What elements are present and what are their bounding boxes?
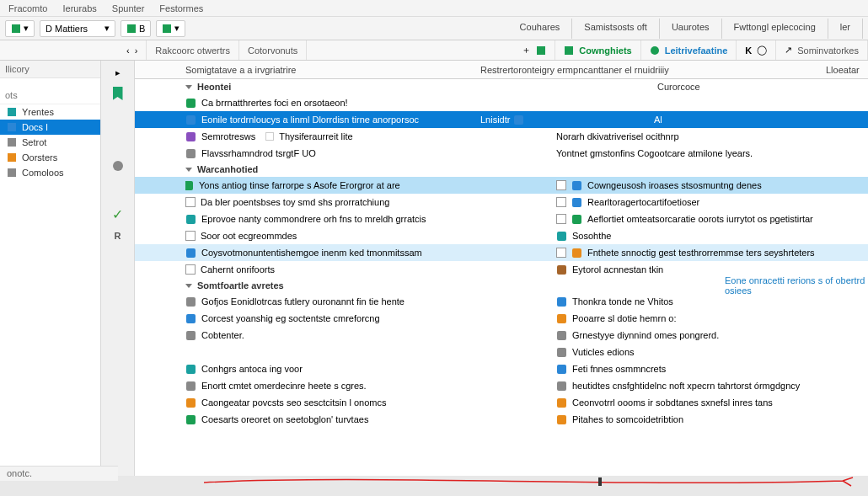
menu-item[interactable]: Ierurabs — [62, 3, 96, 13]
num-icon — [185, 148, 196, 159]
list-row[interactable]: Flavssrhamndrod tsrgtF UOYontnet gmstonf… — [135, 145, 868, 162]
sidebar-item[interactable]: Comoloos — [0, 165, 100, 180]
diamond-icon — [185, 131, 196, 142]
checkbox[interactable] — [556, 197, 566, 207]
bookmark-icon[interactable] — [113, 87, 123, 100]
svg-rect-23 — [186, 248, 196, 258]
row-text: Flavssrhamndrod tsrgtF UO — [201, 148, 316, 158]
shield-icon — [564, 45, 574, 56]
list-row[interactable]: Corcest yoanshig eg soctentste cmreforcn… — [135, 310, 868, 327]
doc2-icon — [185, 313, 196, 324]
group-header[interactable]: Somtfoartle avretesEone onracetti rerion… — [135, 278, 868, 293]
tool-btn-c[interactable]: ▾ — [156, 20, 185, 37]
rows-container: HeonteiCurorcoce2UcrCa brrnatthrertes fo… — [135, 79, 868, 476]
top-tab[interactable]: Uaurotes — [660, 19, 722, 39]
tool-dropdown-a[interactable]: ▾ — [5, 20, 35, 37]
group-header[interactable]: Warcanhotied — [135, 162, 868, 177]
letter-k-icon[interactable]: K — [745, 45, 752, 56]
check-icon[interactable]: ✓ — [112, 206, 123, 222]
row-text: Ca brrnatthrertes foci en orsotaeon! — [201, 98, 348, 108]
list-row[interactable]: Yons antiog tinse farrorpe s Asofe Erorg… — [135, 177, 868, 194]
list-row[interactable]: Coesarts oreoret on seetobglon' turvtaes… — [135, 411, 868, 428]
svg-rect-29 — [557, 314, 566, 323]
gutter: ▸ ✓ R — [101, 61, 135, 476]
breadcrumb[interactable]: Cotorvonuts — [248, 45, 297, 56]
page2-icon — [556, 364, 567, 375]
col-header-1[interactable]: Somigtatave a a irvgriatrire — [185, 65, 480, 75]
svg-rect-37 — [186, 398, 196, 408]
col-header-3[interactable]: Lloeatar — [826, 65, 868, 75]
svg-rect-35 — [186, 381, 196, 391]
svg-rect-36 — [557, 381, 566, 391]
top-tab[interactable]: Fwttongl eplecocing — [722, 19, 828, 39]
row-text: Rearltoragertocartifoetioser — [587, 197, 699, 207]
checkbox[interactable] — [556, 214, 566, 224]
row-text: Conhgrs antoca ing voor — [201, 364, 303, 374]
square-icon — [11, 24, 21, 34]
circle-icon[interactable]: ◯ — [757, 45, 767, 56]
ribbon-action[interactable]: Sominvatorkes — [797, 45, 859, 56]
page-icon — [571, 180, 582, 191]
arrow-icon[interactable]: ↗ — [785, 45, 792, 56]
num2-icon — [185, 330, 196, 341]
svg-rect-10 — [8, 168, 16, 177]
sidebar-item[interactable]: Docs I — [0, 120, 100, 135]
col-header-2[interactable]: Restrertoronteigry ermpncanttaner el rnu… — [480, 65, 826, 75]
row-text: Eprovoe nanty commondrere orh fns to mre… — [201, 214, 426, 224]
sidebar-item[interactable]: Oorsters — [0, 150, 100, 165]
list-row[interactable]: Eonile tordrnloucys a linml Dlorrdisn ti… — [135, 111, 868, 128]
breadcrumb[interactable]: Rakcoorc otwertrs — [155, 45, 230, 56]
top-tab[interactable]: ler — [828, 19, 863, 39]
checkbox[interactable] — [556, 180, 566, 190]
list-row[interactable]: Enortt cmtet omerdecinre heete s cgres.h… — [135, 377, 868, 394]
wrench-icon[interactable] — [111, 159, 125, 173]
list-row[interactable]: Coysvotmonuntentishemgoe inenm ked tmonm… — [135, 244, 868, 261]
menu-item[interactable]: Fracomto — [8, 3, 47, 13]
list-row[interactable]: Da bler poentsbses toy smd shs prorratch… — [135, 194, 868, 211]
svg-rect-21 — [572, 215, 581, 224]
list-row[interactable]: Ca brrnatthrertes foci en orsotaeon! — [135, 94, 868, 111]
sidebar: Ilicory ots YrentesDocs ISetrotOorstersC… — [0, 61, 101, 476]
content: Somigtatave a a irvgriatrire Restrertoro… — [135, 61, 868, 476]
list-row[interactable]: Gofjos Eonidlotrcas futlery ouronannt fi… — [135, 293, 868, 310]
chevron-left-icon[interactable]: ‹ — [126, 45, 130, 56]
chat2-icon — [556, 330, 567, 341]
list-row[interactable]: Cobtenter.Grnestyye diynnind omes pongre… — [135, 327, 868, 344]
row-text: Feti fnnes osmmncrets — [572, 364, 666, 374]
top-tab[interactable]: Couhares — [508, 19, 573, 39]
group-header[interactable]: HeonteiCurorcoce2Ucr — [135, 79, 868, 94]
group-sub3: Eone onracetti rerions s of obertrd osie… — [725, 275, 868, 296]
svg-rect-30 — [186, 331, 196, 340]
sidebar-item[interactable]: Setrot — [0, 135, 100, 150]
checkbox[interactable] — [185, 231, 196, 241]
svg-rect-4 — [565, 46, 573, 55]
list-row[interactable]: Caongeatar povcsts seo sesctcitsin l ono… — [135, 394, 868, 411]
list-row[interactable]: Soor oot ecgreommdesSosohthe — [135, 227, 868, 244]
chat-icon — [185, 248, 196, 259]
sidebar-item[interactable]: Yrentes — [0, 104, 100, 120]
checkbox[interactable] — [185, 197, 196, 207]
list-row[interactable]: Vuticles edions — [135, 344, 868, 360]
checkbox[interactable] — [185, 264, 196, 275]
ribbon-action[interactable]: Cownghiets — [579, 45, 631, 56]
menu-item[interactable]: Spunter — [112, 3, 145, 13]
pin-icon[interactable]: ▸ — [115, 67, 121, 78]
svg-rect-38 — [557, 398, 566, 408]
row-text: Cahernt onrifoorts — [201, 264, 275, 275]
tool-dropdown-main[interactable]: D Mattiers▾ — [40, 20, 115, 37]
letter-r-icon[interactable]: R — [115, 231, 121, 241]
chevron-right-icon[interactable]: › — [135, 45, 138, 56]
list-row[interactable]: SemrotreswsThysiferaurreit liteNorarh dk… — [135, 128, 868, 145]
top-tab[interactable]: Samistsosts oft — [572, 19, 660, 39]
svg-rect-17 — [185, 181, 193, 190]
list-row[interactable]: Eprovoe nanty commondrere orh fns to mre… — [135, 211, 868, 227]
svg-rect-25 — [557, 265, 566, 275]
checkbox[interactable] — [556, 248, 566, 258]
tool-btn-b[interactable]: B — [121, 20, 151, 37]
sidebar-item-label: Yrentes — [22, 107, 54, 117]
ribbon-action[interactable]: Leitrivefaatine — [665, 45, 728, 56]
row-text-2: Thysiferaurreit lite — [279, 131, 352, 141]
plus-icon[interactable]: ＋ — [522, 44, 531, 56]
menu-item[interactable]: Festormes — [159, 3, 203, 13]
list-row[interactable]: Conhgrs antoca ing voorFeti fnnes osmmnc… — [135, 360, 868, 377]
